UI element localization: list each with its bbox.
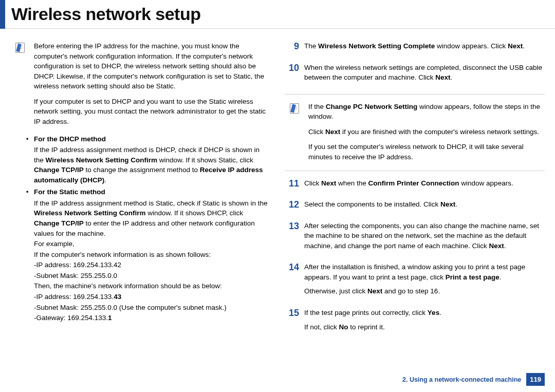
note-body: Before entering the IP address for the m… bbox=[34, 41, 270, 132]
note-icon bbox=[285, 102, 303, 167]
step-number: 12 bbox=[285, 199, 299, 214]
text-bold: Change PC Network Setting bbox=[326, 103, 418, 110]
text: If the test page prints out correctly, c… bbox=[304, 309, 428, 316]
list-item: • For the DHCP method bbox=[26, 134, 270, 144]
text: If the bbox=[308, 103, 326, 110]
text: . bbox=[439, 309, 441, 316]
text-bold: Next bbox=[508, 42, 523, 50]
steps-list: 9 The Wireless Network Setting Complete … bbox=[285, 41, 545, 87]
text-bold: No bbox=[339, 323, 348, 331]
text-bold: 43 bbox=[114, 293, 121, 301]
text: Click bbox=[304, 179, 321, 187]
text: . bbox=[455, 200, 457, 208]
step-text: Click Next when the Confirm Printer Conn… bbox=[304, 178, 545, 193]
example-line: -Gateway: 169.254.133.1 bbox=[34, 313, 270, 323]
note-paragraph: If the Change PC Network Setting window … bbox=[308, 102, 545, 122]
text-bold: Change TCP/IP bbox=[34, 166, 84, 174]
chapter-label: 2. Using a network-connected machine bbox=[402, 376, 521, 383]
text: . bbox=[504, 242, 506, 250]
text: -IP address: 169.254.133. bbox=[34, 293, 114, 301]
step-text: After selecting the components, you can … bbox=[304, 221, 545, 255]
divider bbox=[285, 171, 545, 171]
step-number: 10 bbox=[285, 63, 299, 87]
text: window appears. bbox=[459, 179, 513, 187]
text: window. If it shows Static, click bbox=[157, 156, 253, 164]
list-item: • For the Static method bbox=[26, 187, 270, 197]
example-line: If the computer's network information is… bbox=[34, 250, 270, 260]
step-number: 15 bbox=[285, 308, 299, 336]
content-columns: Before entering the IP address for the m… bbox=[0, 29, 555, 343]
page-title: Wireless network setup bbox=[11, 4, 200, 24]
text: . bbox=[450, 73, 452, 81]
text-bold: Next bbox=[367, 287, 382, 295]
text-bold: Wireless Network Setting Complete bbox=[318, 42, 435, 50]
text: to change the assignment method to bbox=[84, 166, 200, 174]
example-label: For example, bbox=[34, 239, 270, 249]
text: If the IP address assignment method is S… bbox=[34, 199, 267, 207]
text-bold: Wireless Network Setting Confirm bbox=[34, 209, 145, 217]
page-number: 119 bbox=[526, 373, 545, 386]
text-bold: Next bbox=[440, 200, 455, 208]
example-line: -IP address: 169.254.133.43 bbox=[34, 292, 270, 302]
step-9: 9 The Wireless Network Setting Complete … bbox=[285, 41, 545, 55]
method-list: • For the Static method bbox=[26, 187, 270, 197]
text-bold: 1 bbox=[108, 314, 112, 322]
text-bold: Yes bbox=[428, 309, 439, 316]
text-bold: Next bbox=[435, 73, 450, 81]
text: . bbox=[499, 273, 502, 281]
page: Wireless network setup Before entering t… bbox=[0, 0, 555, 392]
text: when the bbox=[336, 179, 368, 187]
text-bold: Print a test page bbox=[446, 273, 499, 281]
step-13: 13 After selecting the components, you c… bbox=[285, 221, 545, 255]
step-text: When the wireless network settings are c… bbox=[304, 63, 545, 87]
example-line: -Subnet Mask: 255.255.0.0 bbox=[34, 271, 270, 281]
step-14: 14 After the installation is finished, a… bbox=[285, 262, 545, 301]
step-text: The Wireless Network Setting Complete wi… bbox=[304, 41, 545, 55]
info-note: Before entering the IP address for the m… bbox=[10, 41, 270, 132]
dhcp-method-text: If the IP address assignment method is D… bbox=[34, 145, 270, 185]
title-bar: Wireless network setup bbox=[0, 0, 555, 29]
example-line: Then, the machine's network information … bbox=[34, 281, 270, 291]
title-accent bbox=[0, 0, 5, 29]
text: -Gateway: 169.254.133. bbox=[34, 314, 108, 322]
step-12: 12 Select the components to be installed… bbox=[285, 199, 545, 214]
text: Click bbox=[308, 128, 325, 136]
note-body: If the Change PC Network Setting window … bbox=[308, 102, 545, 167]
text-bold: Confirm Printer Connection bbox=[368, 179, 459, 187]
steps-list: 11 Click Next when the Confirm Printer C… bbox=[285, 178, 545, 337]
bullet-dot: • bbox=[26, 187, 29, 197]
text-bold: Change TCP/IP bbox=[34, 219, 84, 227]
divider bbox=[285, 94, 545, 95]
text: window appears. Click bbox=[435, 42, 508, 50]
step-number: 13 bbox=[285, 221, 299, 255]
step-number: 14 bbox=[285, 262, 299, 301]
text: window. If it shows DHCP, click bbox=[145, 209, 243, 217]
note-paragraph: Before entering the IP address for the m… bbox=[34, 41, 270, 91]
note-paragraph: Click Next if you are finished with the … bbox=[308, 127, 545, 137]
example-line: -IP address: 169.254.133.42 bbox=[34, 260, 270, 270]
info-note: If the Change PC Network Setting window … bbox=[285, 102, 545, 167]
step-number: 9 bbox=[285, 41, 299, 55]
step-number: 11 bbox=[285, 178, 299, 193]
note-icon bbox=[10, 41, 29, 132]
method-list: • For the DHCP method bbox=[26, 134, 270, 144]
step-10: 10 When the wireless network settings ar… bbox=[285, 63, 545, 87]
text: When the wireless network settings are c… bbox=[304, 64, 542, 82]
text-bold: Next bbox=[325, 128, 340, 136]
right-column: 9 The Wireless Network Setting Complete … bbox=[285, 41, 545, 343]
text: if you are finished with the computer's … bbox=[340, 128, 539, 136]
page-footer: 2. Using a network-connected machine 119 bbox=[402, 373, 545, 386]
example-line: -Subnet Mask: 255.255.0.0 (Use the compu… bbox=[34, 303, 270, 313]
dhcp-method-heading: For the DHCP method bbox=[34, 134, 106, 144]
text-bold: Next bbox=[321, 179, 336, 187]
note-paragraph: If you set the computer's wireless netwo… bbox=[308, 142, 545, 162]
note-paragraph: If your computer is set to DHCP and you … bbox=[34, 97, 270, 127]
step-text: If the test page prints out correctly, c… bbox=[304, 308, 545, 336]
step-text: Select the components to be installed. C… bbox=[304, 199, 545, 214]
step-11: 11 Click Next when the Confirm Printer C… bbox=[285, 178, 545, 193]
text: Select the components to be installed. C… bbox=[304, 200, 440, 208]
text: The bbox=[304, 42, 318, 50]
static-method-text: If the IP address assignment method is S… bbox=[34, 198, 270, 238]
text: Otherwise, just click bbox=[304, 287, 367, 295]
text: . bbox=[104, 176, 106, 184]
